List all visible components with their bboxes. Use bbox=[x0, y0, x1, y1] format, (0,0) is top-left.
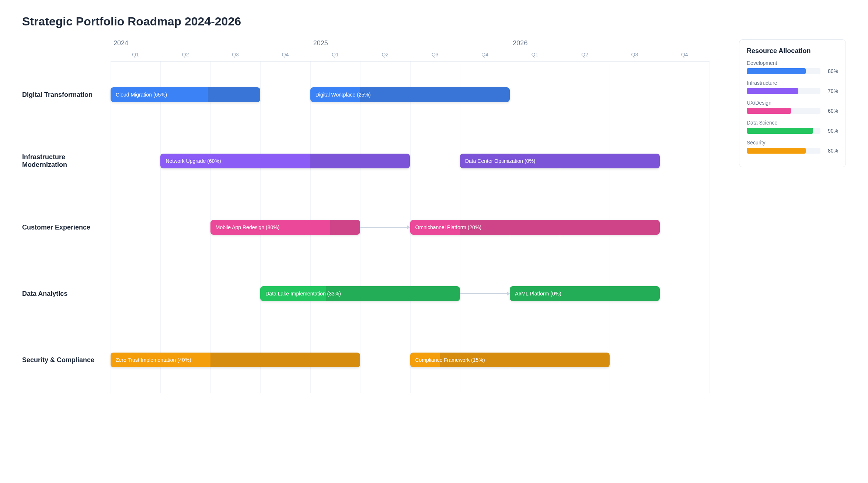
legend-item-label: Infrastructure bbox=[747, 80, 838, 86]
swimlane-track: Zero Trust Implementation (40%)Complianc… bbox=[111, 327, 710, 393]
quarter-label: Q1 bbox=[510, 49, 560, 61]
task-bar[interactable]: Zero Trust Implementation (40%) bbox=[111, 353, 360, 367]
legend-pct: 60% bbox=[825, 108, 838, 114]
task-bar[interactable]: Omnichannel Platform (20%) bbox=[410, 220, 660, 235]
swimlane-label: Infrastructure Modernization bbox=[22, 153, 107, 169]
quarter-label: Q4 bbox=[660, 49, 710, 61]
quarter-label: Q4 bbox=[260, 49, 310, 61]
quarter-label: Q2 bbox=[360, 49, 410, 61]
task-label: Network Upgrade (60%) bbox=[165, 158, 221, 164]
task-bar[interactable]: Data Lake Implementation (33%) bbox=[260, 286, 460, 301]
quarter-label: Q3 bbox=[610, 49, 659, 61]
task-bar[interactable]: Network Upgrade (60%) bbox=[160, 154, 410, 168]
task-label: Zero Trust Implementation (40%) bbox=[116, 357, 191, 363]
swimlane-label: Data Analytics bbox=[22, 290, 107, 298]
legend-item-label: Data Science bbox=[747, 120, 838, 126]
legend-item-label: Security bbox=[747, 140, 838, 146]
task-label: Mobile App Redesign (80%) bbox=[216, 224, 280, 230]
task-bar[interactable]: Data Center Optimization (0%) bbox=[460, 154, 660, 168]
task-label: Compliance Framework (15%) bbox=[415, 357, 485, 363]
task-label: Omnichannel Platform (20%) bbox=[415, 224, 482, 230]
quarter-label: Q3 bbox=[410, 49, 460, 61]
quarter-label: Q4 bbox=[460, 49, 510, 61]
legend-bar bbox=[747, 148, 820, 154]
quarter-label: Q1 bbox=[111, 49, 160, 61]
task-bar[interactable]: AI/ML Platform (0%) bbox=[510, 286, 659, 301]
dependency-arrow-icon bbox=[460, 293, 510, 294]
task-bar[interactable]: Digital Workplace (25%) bbox=[310, 87, 510, 102]
swimlane-label: Digital Transformation bbox=[22, 91, 107, 99]
year-label: 2025 bbox=[310, 39, 510, 47]
task-label: AI/ML Platform (0%) bbox=[515, 291, 561, 297]
roadmap-container: 2024Q1Q2Q3Q42025Q1Q2Q3Q42026Q1Q2Q3Q4 Dig… bbox=[22, 39, 710, 393]
swimlane-track: Cloud Migration (65%)Digital Workplace (… bbox=[111, 62, 710, 128]
swimlane: Data AnalyticsData Lake Implementation (… bbox=[111, 260, 710, 327]
year-group: 2026Q1Q2Q3Q4 bbox=[510, 39, 710, 61]
legend-bar-fill bbox=[747, 128, 813, 134]
legend-item: Development80% bbox=[747, 60, 838, 74]
swimlane-track: Mobile App Redesign (80%)Omnichannel Pla… bbox=[111, 194, 710, 260]
legend-bar bbox=[747, 68, 820, 74]
legend-bar bbox=[747, 108, 820, 114]
swimlane-label: Customer Experience bbox=[22, 224, 107, 231]
grid-line bbox=[710, 62, 710, 393]
task-bar[interactable]: Compliance Framework (15%) bbox=[410, 353, 610, 367]
timeline-header: 2024Q1Q2Q3Q42025Q1Q2Q3Q42026Q1Q2Q3Q4 bbox=[111, 39, 710, 61]
task-bar[interactable]: Mobile App Redesign (80%) bbox=[210, 220, 360, 235]
legend-item-label: Development bbox=[747, 60, 838, 66]
legend-pct: 80% bbox=[825, 68, 838, 74]
swimlane: Digital TransformationCloud Migration (6… bbox=[111, 62, 710, 128]
task-label: Data Lake Implementation (33%) bbox=[265, 291, 341, 297]
legend-pct: 80% bbox=[825, 148, 838, 154]
legend-bar-fill bbox=[747, 68, 806, 74]
task-label: Cloud Migration (65%) bbox=[116, 92, 167, 98]
year-label: 2026 bbox=[510, 39, 710, 47]
legend-title: Resource Allocation bbox=[747, 47, 838, 55]
task-label: Digital Workplace (25%) bbox=[316, 92, 371, 98]
quarter-label: Q2 bbox=[560, 49, 610, 61]
swimlane-label: Security & Compliance bbox=[22, 356, 107, 364]
year-group: 2025Q1Q2Q3Q4 bbox=[310, 39, 510, 61]
legend-bar bbox=[747, 128, 820, 134]
legend-bar-fill bbox=[747, 88, 798, 94]
main-layout: 2024Q1Q2Q3Q42025Q1Q2Q3Q42026Q1Q2Q3Q4 Dig… bbox=[22, 39, 846, 393]
legend-item: UX/Design60% bbox=[747, 100, 838, 114]
legend-bar-fill bbox=[747, 108, 791, 114]
year-group: 2024Q1Q2Q3Q4 bbox=[111, 39, 310, 61]
swimlane: Security & ComplianceZero Trust Implemen… bbox=[111, 327, 710, 393]
swimlane: Customer ExperienceMobile App Redesign (… bbox=[111, 194, 710, 260]
legend-bar-fill bbox=[747, 148, 806, 154]
swimlane: Infrastructure ModernizationNetwork Upgr… bbox=[111, 128, 710, 194]
roadmap-grid: Digital TransformationCloud Migration (6… bbox=[111, 61, 710, 393]
task-bar[interactable]: Cloud Migration (65%) bbox=[111, 87, 260, 102]
legend-item: Data Science90% bbox=[747, 120, 838, 134]
quarter-label: Q1 bbox=[310, 49, 360, 61]
page-title: Strategic Portfolio Roadmap 2024-2026 bbox=[22, 15, 846, 28]
legend-item: Infrastructure70% bbox=[747, 80, 838, 94]
legend-pct: 70% bbox=[825, 88, 838, 94]
resource-allocation-panel: Resource Allocation Development80%Infras… bbox=[739, 39, 846, 167]
swimlane-track: Network Upgrade (60%)Data Center Optimiz… bbox=[111, 128, 710, 194]
dependency-arrow-icon bbox=[360, 227, 410, 228]
task-label: Data Center Optimization (0%) bbox=[465, 158, 536, 164]
quarter-label: Q3 bbox=[210, 49, 260, 61]
legend-item-label: UX/Design bbox=[747, 100, 838, 106]
quarter-label: Q2 bbox=[160, 49, 210, 61]
year-label: 2024 bbox=[111, 39, 310, 47]
legend-pct: 90% bbox=[825, 128, 838, 134]
swimlane-track: Data Lake Implementation (33%)AI/ML Plat… bbox=[111, 260, 710, 327]
legend-item: Security80% bbox=[747, 140, 838, 154]
legend-bar bbox=[747, 88, 820, 94]
